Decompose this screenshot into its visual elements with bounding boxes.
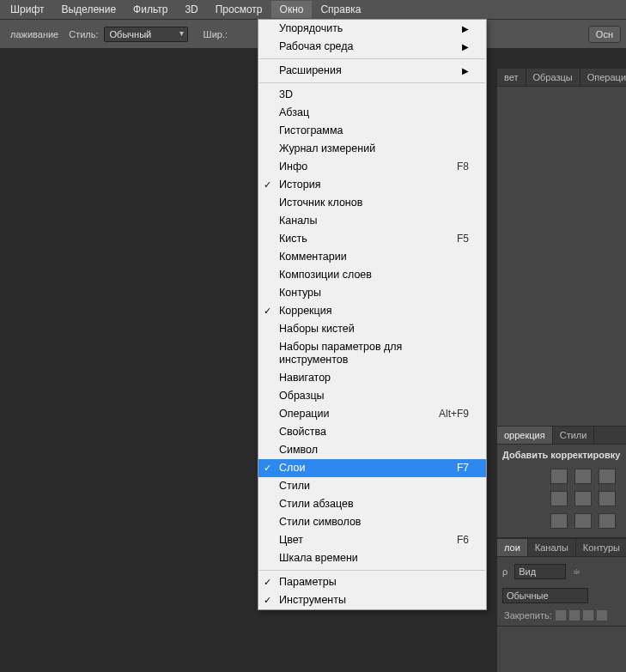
tab-color[interactable]: вет <box>497 69 526 86</box>
submenu-arrow-icon: ▶ <box>462 40 469 53</box>
menu-item[interactable]: Рабочая среда▶ <box>258 38 486 56</box>
menu-item[interactable]: Стили абзацев <box>258 495 486 513</box>
adjustments-title: Добавить корректировку <box>502 450 621 460</box>
menu-item-label: Стили <box>279 480 310 493</box>
menu-item[interactable]: ЦветF6 <box>258 531 486 549</box>
lock-row: Закрепить: <box>499 607 624 624</box>
smoothing-label: лаживание <box>10 29 58 39</box>
menu-select[interactable]: Выделение <box>52 1 125 18</box>
vibrance-icon[interactable] <box>550 491 568 506</box>
menu-item[interactable]: Наборы кистей <box>258 320 486 338</box>
menu-item-label: Инструменты <box>279 594 346 607</box>
menu-item[interactable]: Комментарии <box>258 248 486 266</box>
layer-kind-select[interactable]: Вид <box>514 564 566 579</box>
menu-item[interactable]: Навигатор <box>258 369 486 387</box>
menu-item-label: Слои <box>279 462 305 475</box>
essentials-button[interactable]: Осн <box>588 26 621 43</box>
menu-item-label: Операции <box>279 408 329 421</box>
menu-item[interactable]: Шкала времени <box>258 549 486 567</box>
menu-item[interactable]: ✓Инструменты <box>258 591 486 609</box>
tab-channels[interactable]: Каналы <box>528 539 576 556</box>
menu-item[interactable]: ✓История <box>258 176 486 194</box>
checkmark-icon: ✓ <box>264 305 271 318</box>
tab-adjustments[interactable]: оррекция <box>497 427 553 444</box>
menu-window[interactable]: Окно <box>271 1 313 18</box>
menu-item-label: 3D <box>279 88 293 101</box>
layers-panel: ρ Вид ≑ Обычные Закрепить: <box>497 557 626 627</box>
menu-item[interactable]: ✓Коррекция <box>258 302 486 320</box>
checkmark-icon: ✓ <box>264 576 271 589</box>
menu-item-label: Кисть <box>279 233 307 245</box>
menu-item[interactable]: Журнал измерений <box>258 140 486 158</box>
menu-item-label: Параметры <box>279 576 337 589</box>
menu-item[interactable]: Символ <box>258 441 486 459</box>
levels-icon[interactable] <box>574 469 592 484</box>
menu-item[interactable]: Стили <box>258 477 486 495</box>
menu-item[interactable]: 3D <box>258 86 486 104</box>
menu-item-label: Рабочая среда <box>279 40 354 53</box>
menu-item[interactable]: Каналы <box>258 212 486 230</box>
menu-item[interactable]: КистьF5 <box>258 230 486 248</box>
menu-item[interactable]: Образцы <box>258 387 486 405</box>
width-label: Шир.: <box>204 29 228 39</box>
tab-paths[interactable]: Контуры <box>576 539 626 556</box>
checkmark-icon: ✓ <box>264 594 271 607</box>
menu-item-label: Наборы параметров для инструментов <box>279 341 469 366</box>
menu-item[interactable]: Расширения▶ <box>258 62 486 80</box>
style-label: Стиль: <box>69 29 98 39</box>
window-dropdown-menu: Упорядочить▶Рабочая среда▶Расширения▶3DА… <box>258 19 487 610</box>
tab-swatches[interactable]: Образцы <box>526 69 580 86</box>
menu-help[interactable]: Справка <box>312 1 369 18</box>
lock-all-icon[interactable] <box>597 610 607 621</box>
menu-item[interactable]: Композиции слоев <box>258 266 486 284</box>
menu-item-shortcut: F6 <box>457 534 469 547</box>
menu-item[interactable]: Упорядочить▶ <box>258 20 486 38</box>
menu-item-label: Каналы <box>279 215 317 227</box>
brightness-icon[interactable] <box>550 469 568 484</box>
menu-font[interactable]: Шрифт <box>2 1 52 18</box>
invert-icon[interactable] <box>550 513 568 529</box>
menu-item-label: Комментарии <box>279 251 347 263</box>
hue-icon[interactable] <box>574 491 592 506</box>
menu-item-label: Образцы <box>279 390 325 403</box>
menu-item[interactable]: Контуры <box>258 284 486 302</box>
tab-layers[interactable]: лои <box>497 539 528 556</box>
style-value: Обычный <box>110 29 152 39</box>
menu-3d[interactable]: 3D <box>176 1 206 18</box>
menu-item-shortcut: F8 <box>457 160 469 173</box>
menu-item[interactable]: Гистограмма <box>258 122 486 140</box>
menu-item-label: Упорядочить <box>279 22 343 35</box>
balance-icon[interactable] <box>599 491 616 506</box>
menu-filter[interactable]: Фильтр <box>125 1 176 18</box>
menu-view[interactable]: Просмотр <box>207 1 271 18</box>
menu-item[interactable]: Абзац <box>258 104 486 122</box>
style-dropdown[interactable]: Обычный <box>104 27 188 42</box>
tab-styles[interactable]: Стили <box>553 427 595 444</box>
adjustments-panel: Добавить корректировку <box>497 445 626 538</box>
tab-actions[interactable]: Операции <box>580 69 626 86</box>
menu-item-label: Расширения <box>279 64 342 77</box>
menu-item-label: Композиции слоев <box>279 269 372 282</box>
menu-item[interactable]: ИнфоF8 <box>258 158 486 176</box>
posterize-icon[interactable] <box>574 513 592 529</box>
menu-item[interactable]: ✓Параметры <box>258 573 486 591</box>
menu-item-shortcut: F5 <box>457 233 469 245</box>
menu-item[interactable]: Наборы параметров для инструментов <box>258 338 486 369</box>
menu-item[interactable]: ✓СлоиF7 <box>258 459 486 477</box>
lock-position-icon[interactable] <box>583 610 593 621</box>
blend-mode-select[interactable]: Обычные <box>502 588 588 603</box>
menu-item[interactable]: Свойства <box>258 423 486 441</box>
submenu-arrow-icon: ▶ <box>462 22 469 35</box>
curves-icon[interactable] <box>599 469 616 484</box>
menu-item[interactable]: ОперацииAlt+F9 <box>258 405 486 423</box>
menu-item-shortcut: Alt+F9 <box>439 408 469 421</box>
lock-paint-icon[interactable] <box>569 610 580 621</box>
menubar: Шрифт Выделение Фильтр 3D Просмотр Окно … <box>0 0 626 20</box>
menu-item[interactable]: Источник клонов <box>258 194 486 212</box>
threshold-icon[interactable] <box>599 513 616 529</box>
menu-item[interactable]: Стили символов <box>258 513 486 531</box>
lock-pixels-icon[interactable] <box>556 610 566 621</box>
menu-item-label: Коррекция <box>279 305 331 318</box>
menu-item-label: Навигатор <box>279 372 331 384</box>
layers-tabs: лои Каналы Контуры <box>497 539 626 557</box>
